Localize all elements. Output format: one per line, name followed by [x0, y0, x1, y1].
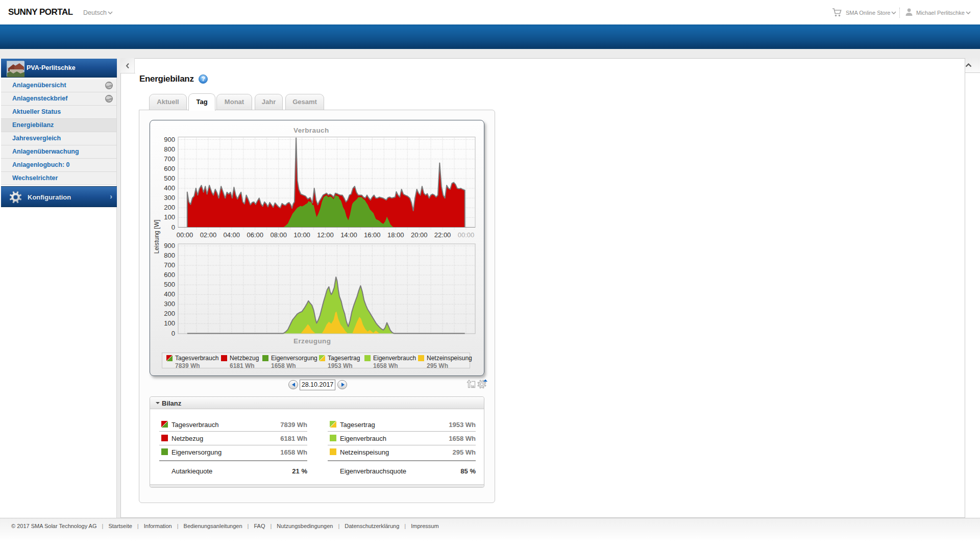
svg-text:20:00: 20:00	[411, 231, 428, 239]
svg-text:200: 200	[164, 204, 175, 211]
svg-text:100: 100	[164, 319, 175, 327]
svg-text:800: 800	[164, 145, 175, 153]
svg-text:500: 500	[164, 174, 175, 182]
svg-text:08:00: 08:00	[270, 231, 287, 239]
svg-text:0: 0	[172, 330, 175, 337]
svg-text:Leistung [W]: Leistung [W]	[153, 220, 160, 254]
svg-text:400: 400	[164, 184, 175, 192]
svg-text:0: 0	[172, 223, 175, 231]
svg-text:00:00: 00:00	[458, 231, 475, 239]
svg-text:10:00: 10:00	[293, 231, 310, 239]
svg-text:100: 100	[164, 213, 175, 221]
svg-text:06:00: 06:00	[247, 231, 263, 239]
svg-text:04:00: 04:00	[224, 231, 240, 239]
svg-text:22:00: 22:00	[434, 231, 451, 239]
svg-text:500: 500	[164, 281, 175, 288]
svg-text:600: 600	[164, 165, 175, 172]
svg-text:16:00: 16:00	[364, 231, 381, 239]
svg-text:200: 200	[164, 310, 175, 317]
svg-text:800: 800	[164, 252, 175, 259]
svg-text:12:00: 12:00	[317, 231, 334, 239]
svg-text:900: 900	[164, 242, 175, 249]
svg-text:300: 300	[164, 300, 175, 308]
svg-text:14:00: 14:00	[340, 231, 357, 239]
svg-text:700: 700	[164, 261, 175, 269]
svg-text:400: 400	[164, 290, 175, 298]
svg-text:900: 900	[164, 136, 175, 143]
svg-text:00:00: 00:00	[177, 231, 193, 239]
svg-text:18:00: 18:00	[387, 231, 404, 239]
svg-text:300: 300	[164, 194, 175, 202]
svg-text:700: 700	[164, 155, 175, 163]
svg-text:600: 600	[164, 271, 175, 279]
svg-text:02:00: 02:00	[200, 231, 217, 239]
